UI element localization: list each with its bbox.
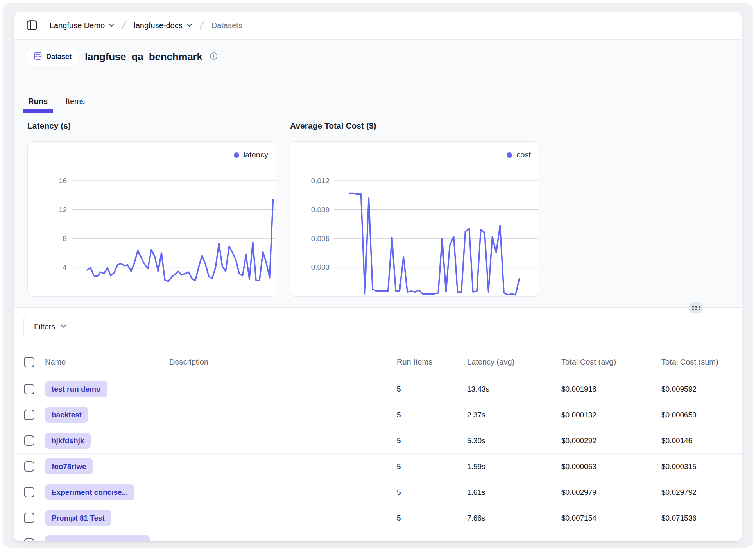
svg-text:0.006: 0.006 — [311, 234, 330, 243]
run-name-badge[interactable]: Experiment concise... — [45, 484, 134, 500]
chevron-down-icon — [109, 21, 115, 30]
breadcrumb-project[interactable]: langfuse-docs — [134, 21, 192, 30]
breadcrumb-page: Datasets — [211, 21, 242, 30]
svg-text:0.012: 0.012 — [311, 177, 330, 185]
sidebar-toggle-button[interactable] — [26, 19, 38, 32]
cost-line-chart: 0.0120.0090.0060.003 — [290, 142, 539, 296]
filters-button[interactable]: Filters — [23, 316, 77, 338]
latency-avg-cell — [458, 531, 552, 541]
row-checkbox[interactable] — [24, 461, 34, 472]
tab-runs[interactable]: Runs — [27, 90, 48, 113]
column-header-total-cost-sum: Total Cost (sum) — [652, 348, 742, 376]
latency-chart-title: Latency (s) — [27, 121, 71, 131]
breadcrumb-organization-label: Langfuse Demo — [50, 21, 105, 30]
svg-text:0.003: 0.003 — [311, 263, 330, 271]
total-cost-avg-cell: $0.007154 — [552, 505, 652, 531]
total-cost-sum-cell: $0.000315 — [652, 454, 742, 479]
top-bar: Langfuse Demo langfuse-docs — [14, 12, 742, 40]
latency-chart: 161284 latency — [27, 141, 276, 297]
page-title: langfuse_qa_benchmark — [85, 51, 202, 63]
breadcrumb-project-label: langfuse-docs — [134, 21, 183, 30]
run-name-badge[interactable]: foo78riwe — [45, 458, 93, 474]
name-cell — [14, 531, 158, 541]
table-row[interactable]: backtest52.37s$0.000132$0.000659 — [14, 402, 742, 428]
table-header: Name Description Run Items Latency (avg)… — [14, 348, 742, 376]
legend-dot-icon — [507, 152, 512, 158]
row-checkbox[interactable] — [24, 487, 34, 497]
table-row[interactable]: hjkfdshjk55.30s$0.000292$0.00146 — [14, 428, 742, 454]
chevron-down-icon — [186, 21, 192, 30]
drag-handle-icon — [692, 305, 701, 311]
legend-dot-icon — [234, 152, 239, 158]
runs-section: Filters Name Description Run Items Laten… — [14, 307, 742, 541]
run-name-badge[interactable]: hjkfdshjk — [45, 433, 91, 449]
row-checkbox[interactable] — [24, 410, 34, 420]
total-cost-sum-cell — [652, 531, 742, 541]
run-name-badge[interactable] — [45, 535, 150, 542]
table-row[interactable] — [14, 531, 742, 541]
name-cell: foo78riwe — [14, 454, 158, 479]
run-items-cell: 5 — [387, 454, 458, 479]
tabs: Runs Items — [14, 90, 742, 113]
description-cell — [158, 479, 387, 505]
cost-chart: 0.0120.0090.0060.003 cost — [290, 141, 539, 297]
table-row[interactable]: foo78riwe51.59s$0.000063$0.000315 — [14, 454, 742, 479]
svg-text:16: 16 — [59, 177, 67, 185]
table-body: test run demo513.43s$0.001918$0.009592ba… — [14, 376, 742, 541]
name-cell: Prompt 81 Test — [14, 505, 158, 531]
dataset-badge-label: Dataset — [46, 53, 72, 61]
dataset-badge: Dataset — [27, 48, 78, 66]
breadcrumb-separator — [121, 20, 127, 32]
svg-text:0.009: 0.009 — [311, 206, 330, 214]
info-icon[interactable] — [210, 52, 218, 62]
total-cost-sum-cell: $0.071536 — [652, 505, 742, 531]
run-name-badge[interactable]: backtest — [45, 407, 88, 423]
description-cell — [158, 376, 387, 402]
description-cell — [158, 454, 387, 479]
row-checkbox[interactable] — [24, 384, 34, 394]
row-checkbox[interactable] — [24, 538, 34, 541]
svg-text:4: 4 — [63, 263, 67, 271]
total-cost-avg-cell: $0.001918 — [552, 376, 652, 402]
total-cost-avg-cell: $0.002979 — [552, 479, 652, 505]
column-header-name: Name — [45, 358, 66, 367]
total-cost-sum-cell: $0.000659 — [652, 402, 742, 428]
dataset-header: Dataset langfuse_qa_benchmark — [27, 48, 218, 66]
table-row[interactable]: test run demo513.43s$0.001918$0.009592 — [14, 376, 742, 402]
run-items-cell: 5 — [387, 428, 458, 453]
description-cell — [158, 531, 387, 541]
column-header-latency-avg: Latency (avg) — [458, 348, 552, 376]
name-cell: test run demo — [14, 376, 158, 402]
latency-avg-cell: 2.37s — [458, 402, 552, 428]
breadcrumb-organization[interactable]: Langfuse Demo — [50, 21, 115, 30]
cost-legend-label: cost — [516, 150, 531, 159]
panel-left-icon — [26, 19, 38, 32]
database-icon — [34, 52, 42, 62]
run-items-cell — [387, 531, 458, 541]
row-checkbox[interactable] — [24, 435, 34, 446]
row-checkbox[interactable] — [24, 513, 34, 523]
table-row[interactable]: Prompt 81 Test57.68s$0.007154$0.071536 — [14, 505, 742, 531]
column-header-description: Description — [158, 348, 387, 376]
run-name-badge[interactable]: Prompt 81 Test — [45, 510, 111, 526]
select-all-checkbox[interactable] — [24, 357, 34, 367]
run-name-badge[interactable]: test run demo — [45, 381, 107, 397]
filters-button-label: Filters — [34, 322, 55, 331]
run-items-cell: 5 — [387, 505, 458, 531]
tab-items[interactable]: Items — [65, 90, 86, 113]
runs-table: Name Description Run Items Latency (avg)… — [14, 348, 742, 541]
latency-legend: latency — [234, 150, 268, 159]
name-cell: backtest — [14, 402, 158, 428]
latency-legend-label: latency — [244, 150, 268, 159]
section-resize-handle[interactable] — [689, 302, 703, 313]
name-cell: hjkfdshjk — [14, 428, 158, 453]
breadcrumb: Langfuse Demo langfuse-docs — [50, 20, 242, 32]
latency-avg-cell: 5.30s — [458, 428, 552, 453]
main-card: Langfuse Demo langfuse-docs — [14, 12, 742, 541]
run-items-cell: 5 — [387, 402, 458, 428]
column-header-total-cost-avg: Total Cost (avg) — [552, 348, 652, 376]
total-cost-avg-cell: $0.000063 — [552, 454, 652, 479]
latency-line-chart: 161284 — [28, 142, 276, 296]
table-row[interactable]: Experiment concise...51.61s$0.002979$0.0… — [14, 479, 742, 505]
description-cell — [158, 402, 387, 428]
